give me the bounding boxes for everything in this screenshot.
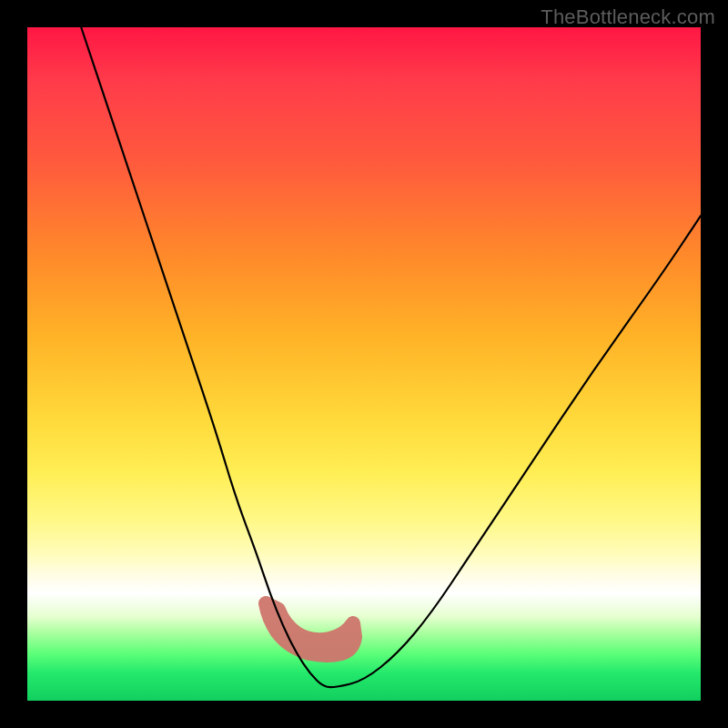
bottleneck-curve xyxy=(81,27,701,687)
watermark-label: TheBottleneck.com xyxy=(541,5,715,29)
plot-area xyxy=(27,27,701,701)
curve-layer xyxy=(27,27,701,701)
optimal-zone-marker xyxy=(266,603,355,655)
chart-frame: TheBottleneck.com xyxy=(0,0,728,728)
